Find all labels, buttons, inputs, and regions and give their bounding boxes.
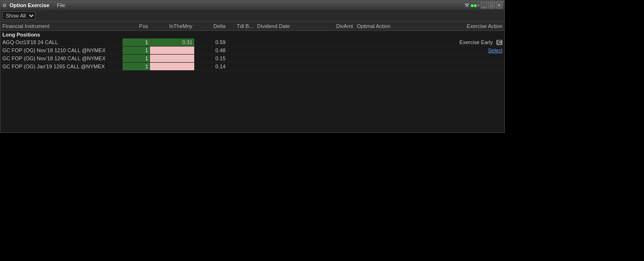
window-title: Option Exercise <box>9 2 49 8</box>
title-bar: ⚙ Option Exercise File ⚒ ●● ▿ _ □ ✕ <box>0 0 504 10</box>
optimal-cell <box>355 63 421 71</box>
divamt-cell <box>322 63 355 71</box>
instrument-cell: GC FOP (OG) Jan'19 1265 CALL @NYMEX <box>0 63 123 71</box>
main-table-container: Financial Instrument Pos InTheMny Delta … <box>0 22 504 71</box>
divamt-cell <box>322 47 355 55</box>
inthemny-cell: 0.31 <box>150 38 194 47</box>
header-divdate: Dividend Date <box>255 22 322 31</box>
pos-cell: 1 <box>123 47 150 55</box>
instrument-cell: GC FOP (OG) Nov'18 1240 CALL @NYMEX <box>0 55 123 63</box>
header-delta: Delta <box>194 22 227 31</box>
pos-cell: 1 <box>123 63 150 71</box>
header-optimal: Optimal Action <box>355 22 421 31</box>
instrument-cell: AGQ Oct19'18 24 CALL <box>0 38 123 47</box>
delta-cell: 0.15 <box>194 55 227 63</box>
minimize-button[interactable]: _ <box>481 2 487 9</box>
tdlb-cell <box>227 38 255 47</box>
show-all-dropdown[interactable]: Show All <box>2 11 36 20</box>
pos-cell: 1 <box>123 55 150 63</box>
divdate-cell <box>255 47 322 55</box>
table-row: GC FOP (OG) Nov'18 1240 CALL @NYMEX 1 0.… <box>0 55 504 63</box>
header-exercise: Exercise Action <box>421 22 504 31</box>
header-pos: Pos <box>123 22 150 31</box>
tdlb-cell <box>227 55 255 63</box>
header-instrument: Financial Instrument <box>0 22 123 31</box>
exercise-cell: Select <box>421 47 504 55</box>
exercise-early-label: Exercise Early <box>459 39 492 45</box>
optimal-cell <box>355 38 421 47</box>
status-dots: ●● <box>470 1 476 9</box>
inthemny-cell <box>150 55 194 63</box>
select-link[interactable]: Select <box>488 47 502 53</box>
maximize-button[interactable]: □ <box>488 2 495 9</box>
close-button[interactable]: ✕ <box>496 2 502 9</box>
exercise-cell <box>421 63 504 71</box>
table-header-row: Financial Instrument Pos InTheMny Delta … <box>0 22 504 31</box>
tdlb-cell <box>227 63 255 71</box>
window-icon: ⚙ <box>2 3 7 8</box>
table-row: AGQ Oct19'18 24 CALL 1 0.31 0.59 Exercis… <box>0 38 504 47</box>
table-row: GC FOP (OG) Nov'18 1210 CALL @NYMEX 1 0.… <box>0 47 504 55</box>
delta-cell: 0.14 <box>194 63 227 71</box>
header-divamt: DivAmt <box>322 22 355 31</box>
divdate-cell <box>255 55 322 63</box>
optimal-cell <box>355 55 421 63</box>
tdlb-cell <box>227 47 255 55</box>
section-label: Long Positions <box>0 31 504 39</box>
inthemny-cell <box>150 63 194 71</box>
exercise-cell <box>421 55 504 63</box>
divamt-cell <box>322 38 355 47</box>
table-row: GC FOP (OG) Jan'19 1265 CALL @NYMEX 1 0.… <box>0 63 504 71</box>
tools-icon: ⚒ <box>464 2 469 9</box>
delta-cell: 0.59 <box>194 38 227 47</box>
menu-file[interactable]: File <box>57 2 66 8</box>
divamt-cell <box>322 55 355 63</box>
exercise-badge[interactable]: C <box>496 40 502 45</box>
exercise-cell: Exercise Early C <box>421 38 504 47</box>
delta-cell: 0.48 <box>194 47 227 55</box>
section-long-positions: Long Positions <box>0 31 504 39</box>
toolbar: Show All <box>0 10 504 22</box>
optimal-cell <box>355 47 421 55</box>
divdate-cell <box>255 63 322 71</box>
divdate-cell <box>255 38 322 47</box>
pos-cell: 1 <box>123 38 150 47</box>
instrument-cell: GC FOP (OG) Nov'18 1210 CALL @NYMEX <box>0 47 123 55</box>
menu-icon[interactable]: ▿ <box>477 3 480 8</box>
positions-table: Financial Instrument Pos InTheMny Delta … <box>0 22 504 71</box>
header-inthemny: InTheMny <box>150 22 194 31</box>
inthemny-cell <box>150 47 194 55</box>
header-tdlb: Tdl B... <box>227 22 255 31</box>
